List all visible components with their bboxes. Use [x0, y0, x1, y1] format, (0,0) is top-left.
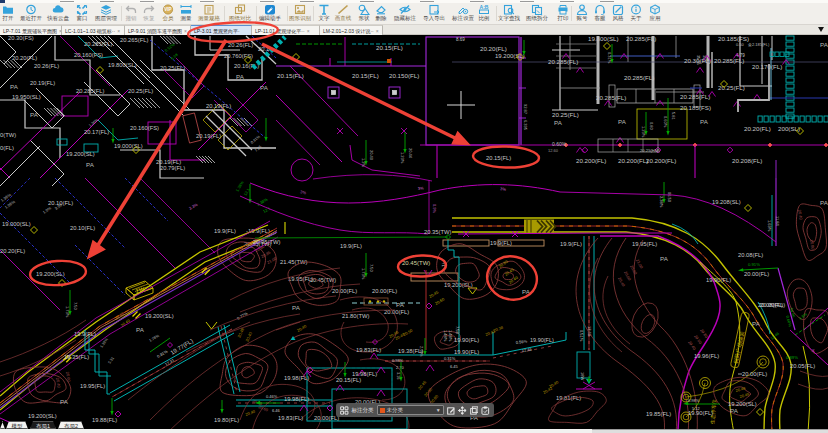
svg-text:2.38%: 2.38%	[659, 196, 664, 208]
svg-text:20.35(TW): 20.35(TW)	[424, 229, 451, 235]
svg-text:0.98%: 0.98%	[688, 398, 700, 403]
svg-text:20.20(FL): 20.20(FL)	[12, 55, 37, 61]
svg-text:PA: PA	[820, 199, 828, 206]
svg-text:20.285(FL): 20.285(FL)	[626, 35, 656, 42]
svg-text:20.00(FL): 20.00(FL)	[332, 288, 357, 294]
svg-text:7.58: 7.58	[455, 326, 460, 335]
svg-text:0.51%: 0.51%	[579, 330, 584, 342]
svg-text:1.73%: 1.73%	[361, 268, 366, 280]
svg-text:20.285(FL): 20.285(FL)	[548, 58, 578, 65]
svg-text:19.90(FL): 19.90(FL)	[530, 337, 554, 343]
svg-text:A:B: A:B	[480, 4, 489, 10]
svg-text:3%: 3%	[418, 185, 425, 191]
svg-text:20.35(TW): 20.35(TW)	[253, 239, 280, 245]
svg-text:PA: PA	[752, 320, 761, 327]
svg-text:1.2%: 1.2%	[361, 158, 366, 168]
svg-text:35.35: 35.35	[696, 55, 700, 65]
svg-text:19.9(FL): 19.9(FL)	[74, 331, 96, 337]
svg-text:0.9%: 0.9%	[432, 204, 437, 214]
svg-text:19.9(FL): 19.9(FL)	[490, 240, 512, 246]
svg-text:20.40: 20.40	[369, 150, 374, 161]
svg-text:0.31%: 0.31%	[444, 356, 456, 361]
svg-text:0.60%: 0.60%	[552, 141, 567, 147]
svg-text:19.98(FL): 19.98(FL)	[284, 396, 309, 402]
svg-text:20.170(FL): 20.170(FL)	[752, 63, 782, 70]
svg-text:19.35(FL): 19.35(FL)	[64, 354, 89, 360]
svg-text:0.60%: 0.60%	[663, 116, 668, 128]
svg-text:20.25(FL): 20.25(FL)	[128, 88, 153, 94]
svg-text:PA: PA	[554, 119, 563, 126]
svg-text:PA: PA	[660, 255, 669, 262]
svg-text:PA: PA	[60, 398, 69, 405]
svg-text:PA: PA	[618, 118, 627, 125]
svg-text:20.00(FL): 20.00(FL)	[314, 415, 339, 421]
svg-text:19.208(SL): 19.208(SL)	[712, 199, 741, 205]
svg-text:1.23%: 1.23%	[641, 126, 646, 138]
svg-text:20.45(TW): 20.45(TW)	[310, 277, 336, 283]
svg-text:PA: PA	[700, 118, 709, 125]
svg-text:PA: PA	[10, 83, 19, 90]
svg-text:PA: PA	[236, 73, 245, 80]
svg-text:20.285(FL): 20.285(FL)	[84, 41, 112, 47]
svg-text:19.9(FL): 19.9(FL)	[340, 243, 362, 249]
svg-text:20.265(FL): 20.265(FL)	[120, 37, 148, 43]
svg-text:20.760(FS): 20.760(FS)	[224, 53, 253, 59]
svg-text:19.9(FL): 19.9(FL)	[214, 228, 236, 234]
svg-text:1.69%: 1.69%	[767, 220, 772, 232]
svg-text:19.200(SL): 19.200(SL)	[66, 151, 95, 157]
svg-text:20.20(FL): 20.20(FL)	[0, 248, 25, 254]
svg-text:20.160(FS): 20.160(FS)	[74, 52, 103, 58]
svg-text:20.208(FL): 20.208(FL)	[732, 157, 762, 164]
svg-text:PA: PA	[396, 301, 405, 308]
svg-text:7.50: 7.50	[73, 302, 78, 311]
svg-text:20.08(FL): 20.08(FL)	[738, 252, 763, 258]
svg-text:20.00(FL): 20.00(FL)	[760, 302, 785, 308]
svg-text:20.26(FL): 20.26(FL)	[34, 63, 59, 69]
svg-text:19.800(SL): 19.800(SL)	[588, 35, 619, 42]
svg-text:18W: 18W	[580, 372, 585, 380]
svg-text:2.18%: 2.18%	[419, 346, 423, 357]
svg-text:20.10(FL): 20.10(FL)	[70, 225, 95, 231]
svg-text:1.23%: 1.23%	[400, 152, 405, 164]
svg-text:20.285(FL): 20.285(FL)	[596, 94, 626, 101]
svg-text:19.83(FL): 19.83(FL)	[278, 415, 303, 421]
svg-text:0.91%: 0.91%	[748, 262, 760, 267]
svg-text:5.12: 5.12	[692, 406, 701, 411]
svg-text:21.45(TW): 21.45(TW)	[280, 259, 307, 265]
svg-text:19.83(FL): 19.83(FL)	[356, 347, 381, 353]
svg-text:20.19(FL): 20.19(FL)	[30, 80, 55, 86]
svg-text:20.45(TW): 20.45(TW)	[402, 260, 430, 266]
svg-text:20.200(FL): 20.200(FL)	[576, 157, 606, 164]
svg-text:19.200(SL): 19.200(SL)	[28, 413, 57, 419]
svg-text:20.285(FL): 20.285(FL)	[76, 88, 104, 94]
svg-text:YL: YL	[441, 262, 446, 268]
svg-text:20.285(FL): 20.285(FL)	[624, 74, 654, 81]
svg-text:20.00(FL): 20.00(FL)	[744, 271, 769, 277]
svg-text:PA: PA	[730, 407, 739, 414]
svg-text:19.95(FL): 19.95(FL)	[80, 383, 105, 389]
svg-text:19.95(FL): 19.95(FL)	[632, 241, 657, 247]
svg-text:19.80(FL): 19.80(FL)	[214, 417, 239, 423]
svg-text:19.200(SL): 19.200(SL)	[145, 313, 174, 319]
svg-text:19.800(SL): 19.800(SL)	[108, 62, 137, 68]
svg-text:1.73%: 1.73%	[65, 306, 70, 318]
svg-text:35.5: 35.5	[702, 55, 706, 62]
svg-text:PA: PA	[30, 111, 39, 118]
svg-text:6.395: 6.395	[523, 120, 528, 131]
svg-text:0(FL): 0(FL)	[0, 145, 14, 151]
svg-text:7.50: 7.50	[369, 264, 374, 273]
svg-text:92.87: 92.87	[523, 104, 528, 115]
svg-text:20.185(FS): 20.185(FS)	[680, 104, 711, 111]
svg-text:20.00(FL): 20.00(FL)	[742, 371, 767, 377]
svg-text:20.200(FL): 20.200(FL)	[646, 157, 676, 164]
svg-text:20.25(FL): 20.25(FL)	[552, 111, 579, 118]
svg-text:20.30(FS): 20.30(FS)	[8, 35, 34, 41]
svg-text:20.26(FL): 20.26(FL)	[228, 42, 253, 48]
svg-text:20.15(FL): 20.15(FL)	[336, 377, 361, 383]
svg-text:20.15(FL): 20.15(FL)	[486, 155, 511, 161]
svg-text:3%: 3%	[500, 186, 507, 192]
svg-text:19.96(FL): 19.96(FL)	[694, 353, 719, 359]
svg-text:6.46: 6.46	[272, 408, 281, 413]
svg-text:0.31%: 0.31%	[607, 52, 612, 64]
svg-text:19.90(FL): 19.90(FL)	[454, 349, 479, 355]
